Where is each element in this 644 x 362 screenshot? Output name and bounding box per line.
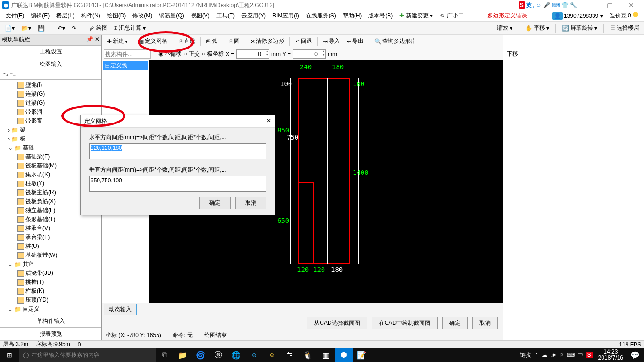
- ime-bar[interactable]: S 英 , ☺ 🎤 ⌨ 👕 🔧: [519, 1, 577, 9]
- dim-label: 180: [332, 63, 344, 71]
- task-view-icon[interactable]: ⧉: [156, 351, 173, 359]
- tree-node[interactable]: 基础板带(W): [0, 251, 101, 260]
- dialog-ok-button[interactable]: 确定: [199, 197, 231, 209]
- dialog-close-button[interactable]: ✕: [266, 117, 271, 125]
- max-button[interactable]: ▢: [599, 1, 620, 9]
- vert-input[interactable]: 650,750,100: [89, 176, 266, 192]
- redo-icon[interactable]: ↷: [70, 24, 78, 33]
- beans[interactable]: 造价豆:0: [607, 11, 641, 21]
- new-doc-icon[interactable]: 📄▾: [3, 24, 17, 33]
- explorer-icon[interactable]: 📁: [173, 351, 191, 360]
- menu-floor[interactable]: 楼层(L): [53, 11, 77, 21]
- ok-button[interactable]: 确定: [442, 317, 468, 329]
- undo-icon[interactable]: ↶▾: [56, 24, 67, 33]
- rotate-button[interactable]: 🔄 屏幕旋转 ▾: [560, 23, 599, 33]
- horiz-input[interactable]: 120,120,180: [89, 143, 266, 159]
- menu-file[interactable]: 文件(F): [3, 11, 27, 21]
- notes-icon[interactable]: 📝: [353, 351, 371, 360]
- new-button[interactable]: ✚ 新建 ▾: [105, 36, 130, 46]
- dialog-cancel-button[interactable]: 取消: [235, 197, 266, 209]
- menu-modify[interactable]: 修改(M): [130, 11, 155, 21]
- draw-input-button[interactable]: 绘图输入: [0, 58, 101, 70]
- y-input[interactable]: 0: [293, 49, 326, 59]
- gxe[interactable]: ☺ 广小二: [437, 11, 467, 21]
- tree-node[interactable]: 连梁(G): [0, 90, 101, 99]
- open-icon[interactable]: 📂▾: [19, 24, 33, 33]
- draw-button[interactable]: 🖊 绘图: [87, 23, 109, 33]
- report-preview-button[interactable]: 报表预览: [0, 328, 101, 340]
- radio-polar[interactable]: ○ 极坐标: [202, 50, 224, 58]
- new-change[interactable]: ✚ 新建变更 ▾: [396, 11, 436, 21]
- qq-icon[interactable]: 🐧: [299, 351, 317, 360]
- pin-icon[interactable]: 📌 ✕: [86, 36, 99, 44]
- search-input[interactable]: [104, 49, 151, 59]
- tree-node[interactable]: 壁龛(I): [0, 81, 101, 90]
- radio-ortho[interactable]: ○ 正交: [183, 50, 200, 58]
- tree-node[interactable]: 承台梁(F): [0, 233, 101, 242]
- store-icon[interactable]: 🛍: [281, 351, 299, 359]
- menu-draw[interactable]: 绘图(D): [104, 11, 129, 21]
- glodon-icon[interactable]: ⬢: [335, 348, 353, 362]
- close-button[interactable]: ✕: [620, 1, 642, 9]
- select-floor-button[interactable]: ☰ 选择楼层: [608, 23, 641, 33]
- menu-tool[interactable]: 工具(T): [214, 11, 238, 21]
- min-button[interactable]: —: [577, 1, 599, 9]
- single-input-button[interactable]: 单构件输入: [0, 315, 101, 328]
- cancel-button[interactable]: 取消: [472, 317, 498, 329]
- menu-bim[interactable]: BIM应用(I): [270, 11, 302, 21]
- dynamic-input-button[interactable]: 动态输入: [104, 304, 137, 315]
- system-tray[interactable]: 链接 ⌃ ☁ 🕪 ⚐ ⌨ 中 S: [517, 351, 595, 359]
- tree-node[interactable]: 挑檐(T): [0, 278, 101, 287]
- move-down-button[interactable]: 下移: [507, 50, 518, 57]
- query-poly-button[interactable]: 🔍 查询多边形库: [372, 36, 419, 46]
- app-icon-2[interactable]: ▥: [317, 351, 335, 360]
- define-grid-dialog: 定义网格✕ 水平方向间距(mm)=>间距*个数,间距,间距*个数,间距,... …: [80, 115, 275, 215]
- edge-old-icon[interactable]: ⓔ: [209, 350, 227, 360]
- tree-node[interactable]: ⌄ 📁自定义: [0, 304, 101, 313]
- tree-node[interactable]: ⌄ 📁其它: [0, 260, 101, 269]
- zoom-button[interactable]: 缩放 ▾: [495, 23, 514, 33]
- tree-node[interactable]: 后浇带(JD): [0, 269, 101, 278]
- radio-nooffset[interactable]: ◉ 不偏移: [158, 50, 182, 58]
- menu-view[interactable]: 视图(V): [188, 11, 213, 21]
- sum-button[interactable]: Σ 汇总计算 ▾: [112, 23, 148, 33]
- windows-taskbar[interactable]: ⊞ ◯ 在这里输入你要搜索的内容 ⧉ 📁 🌀 ⓔ 🌐 e e 🛍 🐧 ▥ ⬢ 📝…: [0, 348, 644, 362]
- export-button[interactable]: ⇤ 导出: [344, 36, 366, 46]
- save-icon[interactable]: 💾: [36, 24, 47, 33]
- cad-select-button[interactable]: 从CAD选择截面图: [307, 317, 367, 329]
- menu-version[interactable]: 版本号(B): [365, 11, 396, 21]
- define-grid-button[interactable]: ▦ 定义网格: [136, 36, 170, 46]
- app-icon-1[interactable]: 🌀: [191, 351, 209, 360]
- pan-button[interactable]: ✋ 平移 ▾: [523, 23, 551, 33]
- menu-cloud[interactable]: 云应用(Y): [239, 11, 269, 21]
- tree-node[interactable]: 过梁(G): [0, 99, 101, 107]
- menu-component[interactable]: 构件(N): [78, 11, 103, 21]
- menu-online[interactable]: 在线服务(S): [303, 11, 339, 21]
- rollback-button[interactable]: ↶ 回退: [293, 36, 314, 46]
- edge-icon[interactable]: e: [245, 351, 263, 359]
- draw-arc-button[interactable]: 画弧: [204, 36, 220, 46]
- menu-help[interactable]: 帮助(H): [340, 11, 365, 21]
- tree-node[interactable]: 桩承台(V): [0, 224, 101, 233]
- tree-node[interactable]: 压顶(YD): [0, 296, 101, 304]
- x-input[interactable]: 0: [236, 49, 269, 59]
- tree-node[interactable]: 桩(U): [0, 242, 101, 251]
- tree-node[interactable]: 条形基础(T): [0, 215, 101, 224]
- menu-rebar[interactable]: 钢筋量(Q): [156, 11, 187, 21]
- cad-draw-button[interactable]: 在CAD中绘制截面图: [372, 317, 438, 329]
- ie-icon[interactable]: e: [263, 351, 281, 359]
- clear-poly-button[interactable]: ✕ 清除多边形: [248, 36, 287, 46]
- account-phone[interactable]: 👤13907298339 ▾: [549, 12, 606, 20]
- start-button[interactable]: ⊞: [0, 351, 19, 359]
- import-button[interactable]: ⇥ 导入: [321, 36, 342, 46]
- menu-edit[interactable]: 编辑(E): [28, 11, 52, 21]
- notifications-icon[interactable]: 💬: [626, 351, 644, 360]
- taskbar-search[interactable]: ◯ 在这里输入你要搜索的内容: [19, 348, 156, 362]
- draw-line-button[interactable]: 画直线: [176, 36, 198, 46]
- draw-circle-button[interactable]: 画圆: [226, 36, 242, 46]
- project-settings-button[interactable]: 工程设置: [0, 45, 101, 58]
- taskbar-clock[interactable]: 14:232018/7/16: [595, 349, 626, 361]
- list-item[interactable]: 自定义线: [103, 61, 148, 70]
- browser-icon[interactable]: 🌐: [227, 351, 245, 360]
- tree-node[interactable]: 栏板(K): [0, 287, 101, 296]
